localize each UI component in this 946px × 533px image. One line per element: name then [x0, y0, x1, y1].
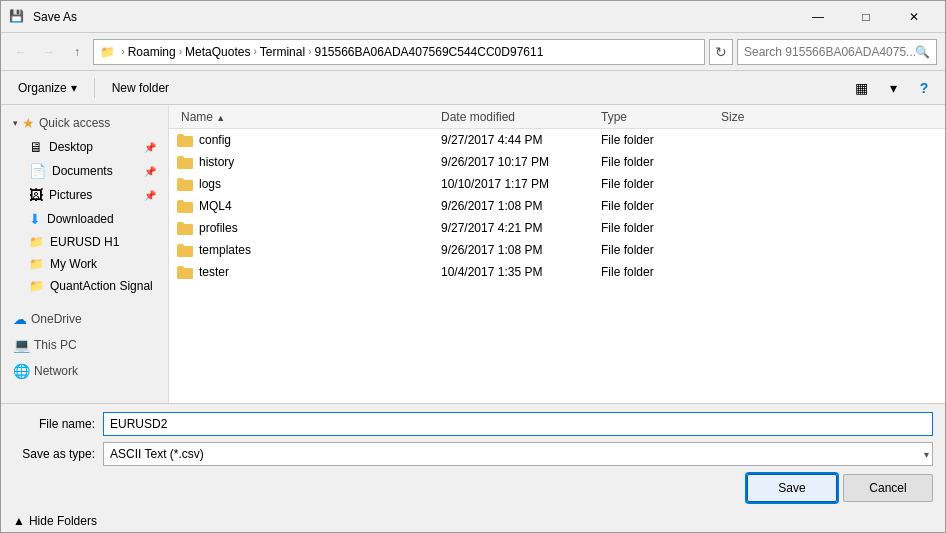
sidebar-item-quantaction[interactable]: 📁 QuantAction Signal [1, 275, 168, 297]
downloaded-icon: ⬇ [29, 211, 41, 227]
col-date-label: Date modified [441, 110, 515, 124]
search-input[interactable] [744, 45, 915, 59]
sidebar-item-downloaded[interactable]: ⬇ Downloaded [1, 207, 168, 231]
filetype-wrapper: ASCII Text (*.csv) ▾ [103, 442, 933, 466]
sidebar-item-desktop[interactable]: 🖥 Desktop 📌 [1, 135, 168, 159]
close-button[interactable]: ✕ [891, 5, 937, 29]
table-row[interactable]: history 9/26/2017 10:17 PM File folder [169, 151, 945, 173]
file-name-text: logs [199, 177, 221, 191]
maximize-button[interactable]: □ [843, 5, 889, 29]
path-chevron-2: › [179, 46, 182, 57]
title-bar-left: 💾 Save As [9, 9, 77, 25]
pin-icon-desktop: 📌 [144, 142, 156, 153]
sidebar-item-label-my-work: My Work [50, 257, 97, 271]
sidebar-section-this-pc[interactable]: 💻 This PC [1, 331, 168, 357]
table-row[interactable]: tester 10/4/2017 1:35 PM File folder [169, 261, 945, 283]
address-path[interactable]: 📁 › Roaming › MetaQuotes › Terminal › 91… [93, 39, 705, 65]
hide-folders-button[interactable]: ▲ Hide Folders [1, 510, 945, 532]
up-button[interactable]: ↑ [65, 40, 89, 64]
col-type-label: Type [601, 110, 627, 124]
file-name-cell: config [177, 133, 437, 147]
bottom-buttons: Save Cancel [13, 474, 933, 502]
sidebar-section-network[interactable]: 🌐 Network [1, 357, 168, 383]
help-button[interactable]: ? [911, 75, 937, 101]
file-date-cell: 9/26/2017 1:08 PM [437, 243, 597, 257]
sidebar-item-eurusd[interactable]: 📁 EURUSD H1 [1, 231, 168, 253]
organize-label: Organize [18, 81, 67, 95]
sidebar-item-documents[interactable]: 📄 Documents 📌 [1, 159, 168, 183]
col-header-type[interactable]: Type [597, 110, 717, 124]
this-pc-icon: 💻 [13, 337, 30, 353]
organize-button[interactable]: Organize ▾ [9, 75, 86, 101]
path-roaming: Roaming [128, 45, 176, 59]
network-label: Network [34, 364, 78, 378]
table-row[interactable]: config 9/27/2017 4:44 PM File folder [169, 129, 945, 151]
file-date-cell: 10/4/2017 1:35 PM [437, 265, 597, 279]
file-name-cell: history [177, 155, 437, 169]
hide-folders-label: Hide Folders [29, 514, 97, 528]
column-headers: Name ▲ Date modified Type Size [169, 105, 945, 129]
file-type-cell: File folder [597, 199, 717, 213]
save-as-dialog: 💾 Save As — □ ✕ ← → ↑ 📁 › Roaming › Meta… [0, 0, 946, 533]
sidebar-item-label-downloaded: Downloaded [47, 212, 114, 226]
sidebar-section-onedrive[interactable]: ☁ OneDrive [1, 305, 168, 331]
file-name-cell: logs [177, 177, 437, 191]
sidebar-section-quick-access[interactable]: ▾ ★ Quick access [1, 109, 168, 135]
path-chevron-4: › [308, 46, 311, 57]
file-name-text: history [199, 155, 234, 169]
new-folder-button[interactable]: New folder [103, 75, 178, 101]
sidebar-item-pictures[interactable]: 🖼 Pictures 📌 [1, 183, 168, 207]
filename-label: File name: [13, 417, 103, 431]
sidebar-item-my-work[interactable]: 📁 My Work [1, 253, 168, 275]
view-chevron-button[interactable]: ▾ [879, 75, 907, 101]
filetype-label: Save as type: [13, 447, 103, 461]
toolbar: Organize ▾ New folder ▦ ▾ ? [1, 71, 945, 105]
sidebar-item-label-documents: Documents [52, 164, 113, 178]
toolbar-right: ▦ ▾ ? [847, 75, 937, 101]
col-header-date[interactable]: Date modified [437, 110, 597, 124]
table-row[interactable]: MQL4 9/26/2017 1:08 PM File folder [169, 195, 945, 217]
my-work-folder-icon: 📁 [29, 257, 44, 271]
table-row[interactable]: logs 10/10/2017 1:17 PM File folder [169, 173, 945, 195]
filetype-select[interactable]: ASCII Text (*.csv) [103, 442, 933, 466]
quantaction-folder-icon: 📁 [29, 279, 44, 293]
table-row[interactable]: templates 9/26/2017 1:08 PM File folder [169, 239, 945, 261]
window-title: Save As [33, 10, 77, 24]
col-header-size[interactable]: Size [717, 110, 797, 124]
col-name-label: Name [181, 110, 213, 124]
quick-access-star-icon: ★ [22, 115, 35, 131]
sidebar-item-label-pictures: Pictures [49, 188, 92, 202]
quick-access-chevron-icon: ▾ [13, 118, 18, 128]
save-button[interactable]: Save [747, 474, 837, 502]
view-button[interactable]: ▦ [847, 75, 875, 101]
file-date-cell: 9/26/2017 10:17 PM [437, 155, 597, 169]
search-box[interactable]: 🔍 [737, 39, 937, 65]
forward-button[interactable]: → [37, 40, 61, 64]
pin-icon-pictures: 📌 [144, 190, 156, 201]
back-button[interactable]: ← [9, 40, 33, 64]
filename-input[interactable] [103, 412, 933, 436]
file-name-text: tester [199, 265, 229, 279]
file-date-cell: 10/10/2017 1:17 PM [437, 177, 597, 191]
minimize-button[interactable]: — [795, 5, 841, 29]
quick-access-label: Quick access [39, 116, 110, 130]
hide-folders-chevron-icon: ▲ [13, 514, 25, 528]
file-name-text: profiles [199, 221, 238, 235]
bottom-bar: File name: Save as type: ASCII Text (*.c… [1, 403, 945, 510]
file-name-text: MQL4 [199, 199, 232, 213]
pictures-icon: 🖼 [29, 187, 43, 203]
cancel-button[interactable]: Cancel [843, 474, 933, 502]
folder-icon [177, 200, 193, 213]
path-terminal: Terminal [260, 45, 305, 59]
this-pc-label: This PC [34, 338, 77, 352]
view-dropdown-icon: ▾ [890, 80, 897, 96]
file-date-cell: 9/26/2017 1:08 PM [437, 199, 597, 213]
col-header-name[interactable]: Name ▲ [177, 110, 437, 124]
view-icon: ▦ [855, 80, 868, 96]
new-folder-label: New folder [112, 81, 169, 95]
table-row[interactable]: profiles 9/27/2017 4:21 PM File folder [169, 217, 945, 239]
file-date-cell: 9/27/2017 4:21 PM [437, 221, 597, 235]
eurusd-folder-icon: 📁 [29, 235, 44, 249]
refresh-button[interactable]: ↻ [709, 39, 733, 65]
file-type-cell: File folder [597, 221, 717, 235]
